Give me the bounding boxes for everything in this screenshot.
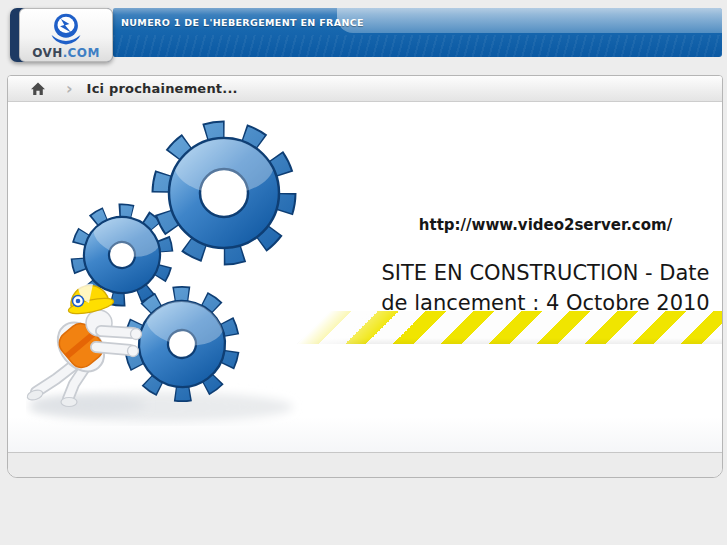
construction-heading-line2: de lancement : 4 Octobre 2010: [358, 288, 723, 318]
panel-footer: [8, 452, 722, 477]
chevron-right-icon: ›: [66, 81, 73, 97]
gear-bottom: [126, 288, 239, 401]
ovh-logo-text: OVH.COM: [32, 46, 100, 60]
ovh-logo-card: OVH.COM: [19, 8, 113, 62]
gears-worker-illustration: [26, 104, 338, 426]
breadcrumb-label: Ici prochainement...: [87, 81, 238, 96]
home-icon[interactable]: [30, 81, 46, 97]
ovh-logo-link[interactable]: OVH.COM: [10, 8, 113, 62]
banner-tab-decoration: [337, 8, 722, 33]
main-content: http://www.video2server.com/ SITE EN CON…: [8, 102, 722, 452]
logo-brand-suffix: .COM: [63, 46, 100, 60]
header-banner: NUMERO 1 DE L'HEBERGEMENT EN FRANCE: [113, 8, 722, 57]
gear-large: [161, 130, 287, 256]
logo-brand: OVH: [32, 46, 62, 60]
content-panel: › Ici prochainement...: [7, 75, 723, 478]
breadcrumb: › Ici prochainement...: [8, 76, 722, 102]
announcement-block: http://www.video2server.com/ SITE EN CON…: [358, 216, 723, 318]
site-url-text: http://www.video2server.com/: [358, 216, 723, 234]
banner-slogan: NUMERO 1 DE L'HEBERGEMENT EN FRANCE: [121, 17, 364, 28]
construction-page: { "header": { "logo": { "brand": "OVH", …: [0, 0, 727, 545]
ovh-emblem-icon: [46, 13, 86, 47]
construction-heading-line1: SITE EN CONSTRUCTION - Date: [358, 258, 723, 288]
